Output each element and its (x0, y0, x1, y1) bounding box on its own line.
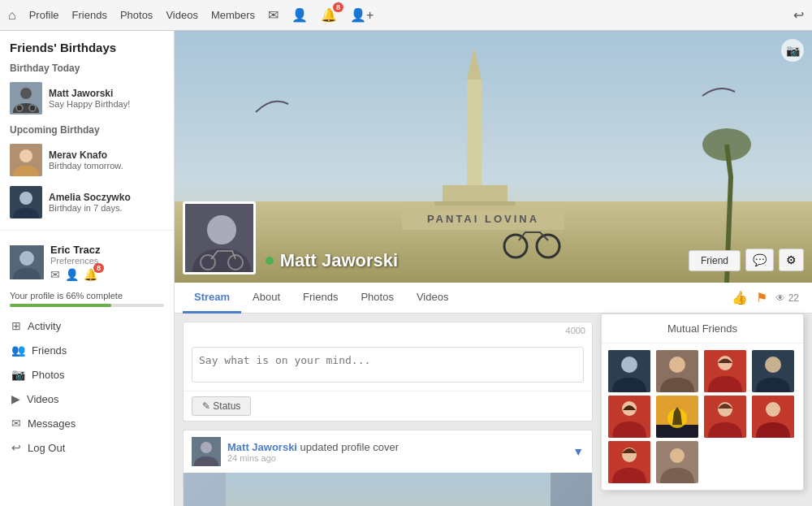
birthday-upcoming-1-avatar (10, 144, 42, 176)
notifications-wrapper: 🔔 8 (321, 7, 337, 23)
mutual-friend-7[interactable] (704, 396, 746, 438)
svg-point-22 (207, 215, 236, 244)
birthday-upcoming-1-img (10, 144, 42, 176)
mf-6-img (656, 396, 698, 438)
activity-avatar-img (192, 437, 221, 466)
notification-badge: 8 (333, 2, 343, 12)
friends-requests-icon[interactable]: 👤 (292, 7, 308, 23)
mutual-friend-5[interactable] (608, 396, 650, 438)
cover-area: PANTAI LOVINA 📷 (175, 31, 812, 283)
cover-camera-btn[interactable]: 📷 (781, 39, 804, 62)
birthday-today-desc: Say Happy Birthday! (49, 99, 130, 109)
mutual-friend-4[interactable] (752, 350, 794, 392)
tab-videos-profile[interactable]: Videos (405, 283, 460, 314)
message-profile-btn[interactable]: 💬 (745, 249, 774, 271)
nav-members[interactable]: Members (211, 9, 255, 21)
birthday-upcoming-1-info: Merav Knafo Birthday tomorrow. (49, 149, 123, 171)
post-input[interactable] (192, 347, 584, 383)
like-tab-icon[interactable]: 👍 (732, 290, 748, 305)
sidebar-user-icons: ✉ 👤 🔔 8 (50, 268, 100, 281)
char-count: 4000 (566, 326, 585, 335)
activity-img-svg (226, 473, 551, 506)
mutual-friends-panel: Mutual Friends (601, 314, 804, 491)
sidebar-user-name: Eric Tracz (50, 244, 100, 256)
birthday-today-avatar (10, 82, 42, 115)
sidebar-item-messages-label: Messages (28, 417, 76, 430)
messages-icon[interactable]: ✉ (268, 7, 279, 23)
nav-photos[interactable]: Photos (120, 9, 153, 21)
tab-friends-profile[interactable]: Friends (292, 283, 349, 314)
flag-tab-icon[interactable]: ⚑ (756, 290, 767, 305)
sidebar-user-avatar (10, 245, 44, 279)
profile-complete-area: Your profile is 66% complete (0, 288, 174, 314)
svg-point-5 (19, 149, 32, 162)
post-actions-bar: ✎ Status (184, 391, 592, 421)
sidebar-user-friend-icon[interactable]: 👤 (65, 268, 79, 281)
profile-avatar-img (185, 204, 256, 275)
svg-rect-12 (467, 80, 482, 201)
sidebar-item-photos[interactable]: 📷 Photos (0, 362, 174, 387)
profile-name-area: Matt Jaworski (266, 250, 679, 275)
birthday-today-avatar-img (10, 82, 42, 115)
sidebar-notification-badge: 8 (93, 263, 104, 273)
activity-user-name[interactable]: Matt Jaworski (227, 441, 297, 453)
profile-info-bar: Matt Jaworski Friend 💬 ⚙ (175, 201, 812, 283)
activity-expand-icon[interactable]: ▼ (572, 445, 584, 458)
svg-point-1 (20, 88, 32, 99)
mutual-friend-1[interactable] (608, 350, 650, 392)
birthday-upcoming-2-avatar (10, 186, 42, 218)
stream-area: 4000 ✎ Status (175, 314, 812, 506)
videos-nav-icon: ▶ (11, 392, 20, 405)
mutual-friend-10[interactable] (656, 441, 698, 483)
tab-photos-profile[interactable]: Photos (349, 283, 404, 314)
sidebar-user-message-icon[interactable]: ✉ (50, 268, 60, 281)
nav-profile[interactable]: Profile (29, 9, 59, 21)
mf-4-img (752, 350, 794, 392)
main-wrapper: Friends' Birthdays Birthday Today Matt J… (0, 31, 812, 506)
status-post-btn[interactable]: ✎ Status (192, 396, 251, 416)
svg-point-36 (765, 357, 781, 373)
svg-point-7 (19, 192, 32, 205)
photos-nav-icon: 📷 (11, 368, 25, 381)
profile-tabs: Stream About Friends Photos Videos 👍 ⚑ 👁… (175, 283, 812, 314)
sidebar-item-friends[interactable]: 👥 Friends (0, 338, 174, 362)
mutual-friend-3[interactable] (704, 350, 746, 392)
upcoming-birthday-label: Upcoming Birthday (0, 119, 174, 139)
tab-about[interactable]: About (241, 283, 292, 314)
messages-nav-icon: ✉ (11, 417, 21, 430)
activity-item-1: Matt Jaworski updated profile cover 24 m… (183, 430, 593, 506)
mutual-friend-9[interactable] (608, 441, 650, 483)
svg-point-49 (670, 448, 685, 463)
nav-videos[interactable]: Videos (166, 9, 198, 21)
svg-point-30 (621, 357, 637, 373)
birthday-today-name: Matt Jaworski (49, 88, 130, 99)
mutual-friend-6[interactable] (656, 396, 698, 438)
friend-button[interactable]: Friend (689, 250, 741, 271)
sidebar-item-activity[interactable]: ⊞ Activity (0, 314, 174, 338)
birthday-today-item: Matt Jaworski Say Happy Birthday! (0, 77, 174, 119)
sidebar-item-logout[interactable]: ↩ Log Out (0, 435, 174, 460)
svg-point-32 (669, 357, 685, 373)
mf-9-img (608, 441, 650, 483)
mf-10-img (656, 441, 698, 483)
sidebar-item-messages[interactable]: ✉ Messages (0, 411, 174, 435)
birthday-upcoming-2-info: Amelia Soczywko Birthday in 7 days. (49, 192, 131, 213)
settings-profile-btn[interactable]: ⚙ (779, 249, 804, 271)
home-icon[interactable]: ⌂ (8, 8, 16, 23)
logout-icon[interactable]: ↩ (793, 7, 804, 23)
sidebar-item-videos[interactable]: ▶ Videos (0, 387, 174, 411)
mutual-friend-2[interactable] (656, 350, 698, 392)
mf-8-img (752, 396, 794, 438)
sidebar-user-info: Eric Tracz Preferences ✉ 👤 🔔 8 (50, 244, 100, 281)
mf-1-img (608, 350, 650, 392)
nav-friends[interactable]: Friends (72, 9, 107, 21)
profile-display-name: Matt Jaworski (280, 250, 399, 270)
add-friend-icon[interactable]: 👤+ (350, 7, 374, 23)
sidebar-user-pref[interactable]: Preferences (50, 256, 100, 266)
profile-avatar-large (183, 201, 256, 275)
activity-header: Matt Jaworski updated profile cover 24 m… (184, 430, 592, 473)
view-count: 👁 22 (775, 292, 799, 304)
tab-stream[interactable]: Stream (183, 283, 241, 314)
mutual-friend-8[interactable] (752, 396, 794, 438)
activity-avatar (192, 437, 221, 466)
